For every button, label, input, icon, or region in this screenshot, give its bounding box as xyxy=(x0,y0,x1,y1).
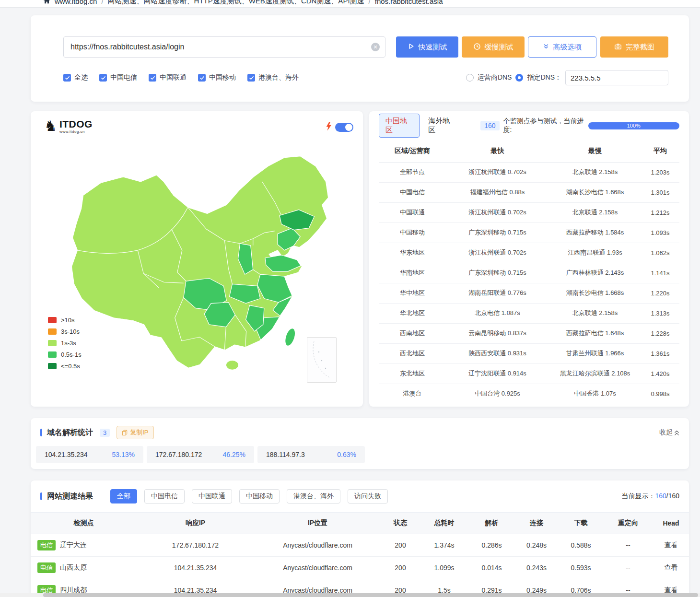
view-link[interactable]: 查看 xyxy=(653,557,689,579)
avg-cell: 1.301s xyxy=(641,182,679,202)
dns-count-badge: 3 xyxy=(100,429,110,437)
table-row: 华东地区浙江杭州联通 0.702s江西南昌联通 1.93s1.062s xyxy=(379,243,679,263)
resolve-cell: 0.014s xyxy=(469,557,514,579)
fast-test-button[interactable]: 快速测试 xyxy=(396,36,458,58)
region-cell: 西北地区 xyxy=(379,343,446,363)
download-cell: 0.588s xyxy=(559,534,603,557)
clear-input-icon[interactable]: ✕ xyxy=(371,43,380,51)
full-screenshot-button[interactable]: 完整截图 xyxy=(600,36,668,58)
custom-dns-label[interactable]: 指定DNS： xyxy=(527,73,561,82)
carrier-badge: 电信 xyxy=(37,540,56,550)
table-row: 中国移动广东深圳移动 0.715s西藏拉萨移动 1.584s1.093s xyxy=(379,222,679,243)
resolve-cell: 0.286s xyxy=(469,534,514,557)
breadcrumb-current[interactable]: fnos.rabbitcutest.asia xyxy=(375,0,443,5)
map-legend: >10s 3s-10s 1s-3s 0.5s-1s <=0.5s xyxy=(48,316,82,370)
carrier-dns-radio[interactable] xyxy=(466,74,474,82)
node-cell: 电信辽宁大连 xyxy=(31,540,137,550)
scrollbar-thumb[interactable] xyxy=(43,593,698,597)
fastest-cell: 浙江杭州联通 0.702s xyxy=(446,243,549,263)
table-row: 西北地区陕西西安联通 0.931s甘肃兰州联通 1.966s1.361s xyxy=(379,343,679,363)
col-status: 状态 xyxy=(381,513,420,534)
test-controls-card: ✕ 快速测试 缓慢测试 高级选项 完整截图 xyxy=(31,15,689,102)
monitor-count-badge: 160 xyxy=(480,121,499,130)
filter-failed[interactable]: 访问失败 xyxy=(348,489,388,503)
map-card: ♞ ITDOG www.itdog.cn xyxy=(31,111,363,407)
tab-china-region[interactable]: 中国地区 xyxy=(379,114,420,138)
page: www.itdog.cn / 网站测速、网站速度诊断、HTTP速度测试、WEB速… xyxy=(0,0,700,597)
result-filters: 全部 中国电信 中国联通 中国移动 港澳台、海外 访问失败 xyxy=(110,489,388,503)
copy-ip-button[interactable]: 复制IP xyxy=(117,426,153,439)
filter-all[interactable]: 全部 xyxy=(110,489,137,503)
status-cell: 200 xyxy=(381,557,420,579)
camera-icon xyxy=(614,43,622,52)
legend-label: 1s-3s xyxy=(61,339,76,347)
carrier-dns-label[interactable]: 运营商DNS xyxy=(478,73,512,82)
checkbox-checked-icon xyxy=(198,74,206,82)
checkbox-checked-icon xyxy=(63,74,71,82)
filter-overseas[interactable]: 港澳台、海外 xyxy=(287,489,340,503)
fastest-cell: 广东深圳移动 0.715s xyxy=(446,222,549,243)
toggle-knob xyxy=(345,124,352,131)
slowest-cell: 甘肃兰州联通 1.966s xyxy=(549,343,641,363)
checkbox-select-all[interactable]: 全选 xyxy=(63,73,88,82)
redirect-cell: -- xyxy=(603,534,653,557)
section-accent-bar xyxy=(40,492,42,500)
legend-item: >10s xyxy=(48,316,82,324)
region-cell: 华北地区 xyxy=(379,303,446,323)
breadcrumb-home[interactable]: www.itdog.cn xyxy=(55,0,97,5)
collapse-button[interactable]: 收起 xyxy=(659,428,679,437)
dns-ip-item: 172.67.180.17246.25% xyxy=(147,446,254,463)
table-row: 电信辽宁大连 172.67.180.172 Anycast/cloudflare… xyxy=(31,534,689,557)
map-animation-toggle[interactable] xyxy=(335,123,353,132)
node-cell: 电信山西太原 xyxy=(31,562,137,573)
fastest-cell: 福建福州电信 0.88s xyxy=(446,182,549,202)
avg-cell: 1.203s xyxy=(641,162,679,182)
slowest-cell: 湖南长沙电信 1.668s xyxy=(549,283,641,303)
display-total: /160 xyxy=(666,492,679,500)
status-cell: 200 xyxy=(381,534,420,557)
dns-stats-title: 域名解析统计 xyxy=(47,428,93,438)
col-connect: 连接 xyxy=(514,513,559,534)
display-count: 当前显示：160/160 xyxy=(621,492,679,501)
connect-cell: 0.243s xyxy=(514,557,559,579)
breadcrumb-path[interactable]: 网站测速、网站速度诊断、HTTP速度测试、WEB速度测试、CDN测速、API测速 xyxy=(108,0,364,6)
total-time-cell: 1.099s xyxy=(420,557,469,579)
ip-percentage: 46.25% xyxy=(223,451,245,458)
legend-swatch-orange xyxy=(48,328,57,335)
dns-input[interactable] xyxy=(565,70,668,85)
avg-cell: 1.141s xyxy=(641,263,679,283)
col-redirect: 重定向 xyxy=(603,513,653,534)
checkbox-checked-icon xyxy=(149,74,156,82)
url-input[interactable] xyxy=(63,36,385,58)
speed-results-title: 网站测速结果 xyxy=(47,492,93,502)
checkbox-china-telecom[interactable]: 中国电信 xyxy=(99,73,137,82)
tab-overseas-region[interactable]: 海外地区 xyxy=(428,117,455,135)
custom-dns-radio[interactable] xyxy=(515,74,523,82)
fastest-cell: 浙江杭州联通 0.702s xyxy=(446,202,549,222)
fastest-cell: 广东深圳移动 0.715s xyxy=(446,263,549,283)
speed-results-header: 网站测速结果 全部 中国电信 中国联通 中国移动 港澳台、海外 访问失败 当前显… xyxy=(31,480,689,512)
filter-china-mobile[interactable]: 中国移动 xyxy=(239,489,280,503)
fastest-cell: 中国台湾 0.925s xyxy=(446,384,549,404)
response-ip-cell: 104.21.35.234 xyxy=(137,557,254,579)
lightning-icon xyxy=(325,122,332,133)
advanced-options-button[interactable]: 高级选项 xyxy=(528,36,596,58)
filter-china-unicom[interactable]: 中国联通 xyxy=(192,489,232,503)
legend-item: <=0.5s xyxy=(48,363,82,370)
region-cell: 华东地区 xyxy=(379,243,446,263)
slow-test-button[interactable]: 缓慢测试 xyxy=(462,36,525,58)
legend-label: 0.5s-1s xyxy=(61,351,82,358)
legend-swatch-green xyxy=(48,351,57,358)
horizontal-scrollbar xyxy=(0,593,700,597)
logo-name: ITDOG xyxy=(59,119,93,129)
checkbox-overseas[interactable]: 港澳台、海外 xyxy=(247,73,299,82)
checkbox-china-unicom[interactable]: 中国联通 xyxy=(149,73,187,82)
checkbox-china-mobile[interactable]: 中国移动 xyxy=(198,73,236,82)
view-link[interactable]: 查看 xyxy=(653,534,689,557)
filter-china-telecom[interactable]: 中国电信 xyxy=(144,489,185,503)
url-input-wrap: ✕ xyxy=(63,36,385,58)
table-row: 港澳台中国台湾 0.925s中国香港 1.07s0.998s xyxy=(379,384,679,404)
node-name: 山西太原 xyxy=(60,563,87,572)
avg-cell: 1.093s xyxy=(641,222,679,243)
slow-test-label: 缓慢测试 xyxy=(485,43,513,52)
